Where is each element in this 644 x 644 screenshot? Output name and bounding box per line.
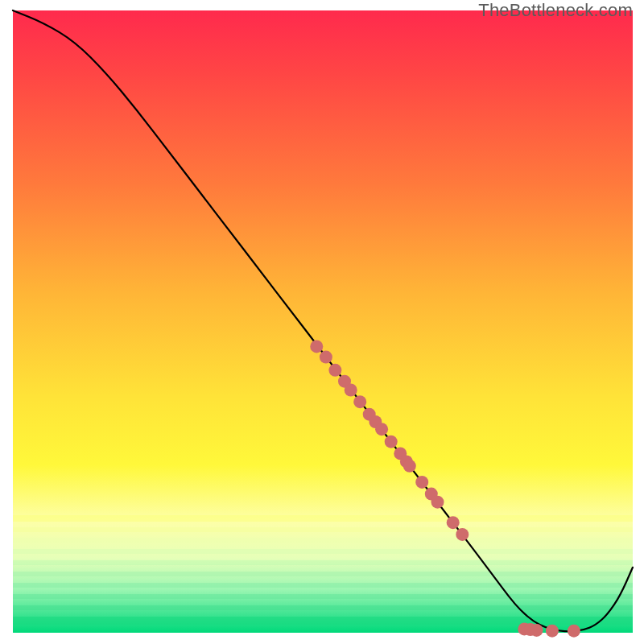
watermark-text: TheBottleneck.com [478, 0, 633, 21]
background-gradient [13, 10, 633, 633]
chart-root: TheBottleneck.com [0, 0, 644, 644]
